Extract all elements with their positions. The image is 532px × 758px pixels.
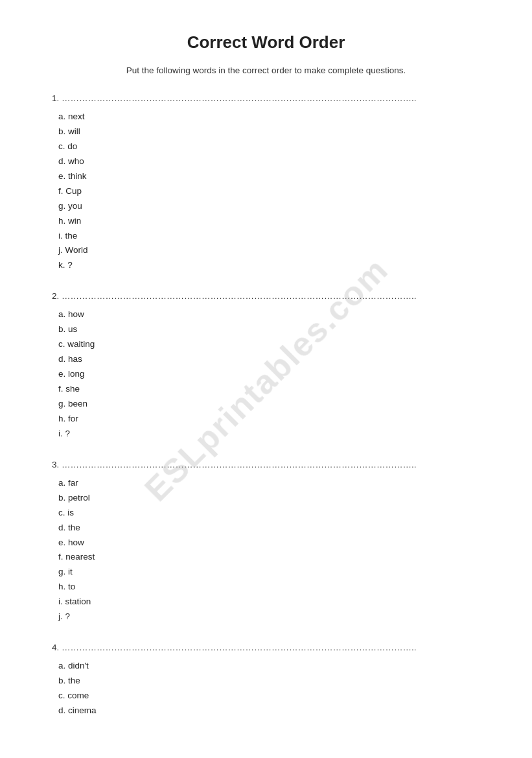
question-block-2: 2. …………………………………………………………………………………………………… [52,291,480,441]
word-item-1-6: f. Cup [58,184,480,199]
question-block-3: 3. …………………………………………………………………………………………………… [52,460,480,624]
word-item-2-6: f. she [58,382,480,397]
word-item-1-4: d. who [58,154,480,169]
question-line-1: 1. …………………………………………………………………………………………………… [52,93,480,103]
question-block-1: 1. …………………………………………………………………………………………………… [52,93,480,273]
word-item-1-3: c. do [58,139,480,154]
word-item-2-9: i. ? [58,427,480,442]
word-item-1-5: e. think [58,169,480,184]
question-block-4: 4. …………………………………………………………………………………………………… [52,643,480,718]
word-item-4-3: c. come [58,689,480,704]
word-list-1: a. nextb. willc. dod. whoe. thinkf. Cupg… [52,110,480,273]
word-item-3-5: e. how [58,536,480,551]
word-item-1-7: g. you [58,199,480,214]
word-item-2-2: b. us [58,322,480,337]
word-item-1-1: a. next [58,110,480,124]
word-item-3-3: c. is [58,506,480,521]
word-item-1-9: i. the [58,229,480,244]
word-item-2-8: h. for [58,412,480,427]
question-line-2: 2. …………………………………………………………………………………………………… [52,291,480,301]
word-item-3-2: b. petrol [58,491,480,506]
word-item-2-1: a. how [58,307,480,322]
word-item-3-10: j. ? [58,610,480,624]
questions-container: 1. …………………………………………………………………………………………………… [52,93,480,718]
word-item-3-7: g. it [58,565,480,580]
word-item-4-1: a. didn't [58,659,480,674]
word-item-3-1: a. far [58,476,480,491]
word-list-4: a. didn'tb. thec. comed. cinema [52,659,480,718]
word-item-3-4: d. the [58,521,480,536]
instructions: Put the following words in the correct o… [52,65,480,75]
page-title: Correct Word Order [52,32,480,53]
word-item-1-10: j. World [58,243,480,258]
word-item-1-8: h. win [58,214,480,229]
word-list-3: a. farb. petrolc. isd. thee. howf. neare… [52,476,480,624]
word-list-2: a. howb. usc. waitingd. hase. longf. she… [52,307,480,441]
word-item-1-11: k. ? [58,258,480,273]
question-line-3: 3. …………………………………………………………………………………………………… [52,460,480,469]
word-item-2-5: e. long [58,367,480,382]
word-item-4-2: b. the [58,674,480,689]
word-item-4-4: d. cinema [58,704,480,718]
question-line-4: 4. …………………………………………………………………………………………………… [52,643,480,652]
word-item-2-4: d. has [58,352,480,367]
word-item-2-3: c. waiting [58,337,480,352]
word-item-2-7: g. been [58,397,480,412]
word-item-3-9: i. station [58,595,480,610]
word-item-3-8: h. to [58,580,480,595]
word-item-3-6: f. nearest [58,550,480,565]
word-item-1-2: b. will [58,124,480,139]
